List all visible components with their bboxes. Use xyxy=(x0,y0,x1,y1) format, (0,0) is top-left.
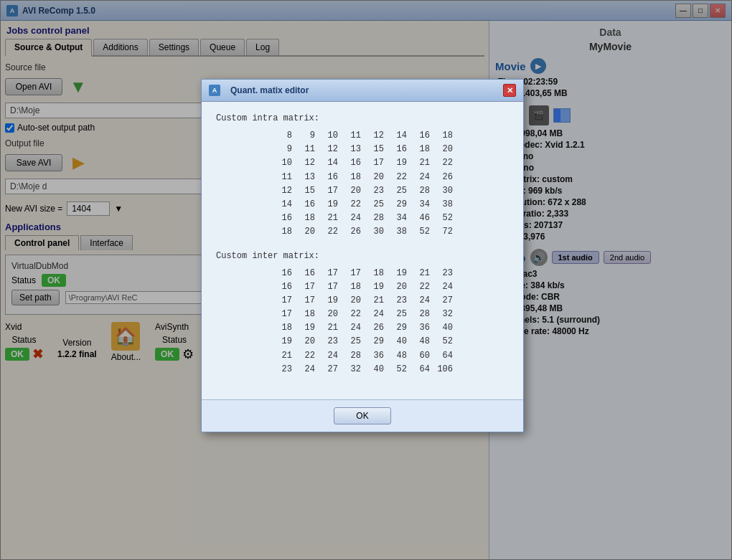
intra-matrix-grid: 8910111214161891112131516182010121416171… xyxy=(216,129,509,239)
dialog-overlay: A Quant. matix editor ✕ Custom intra mat… xyxy=(0,0,732,560)
dialog-title: Quant. matix editor xyxy=(230,85,497,95)
dialog-body: Custom intra matrix: 8910111214161891112… xyxy=(202,102,523,399)
dialog-close-button[interactable]: ✕ xyxy=(503,84,516,97)
intra-matrix-label: Custom intra matrix: xyxy=(216,113,509,123)
ok-button[interactable]: OK xyxy=(334,407,390,424)
quant-matrix-dialog: A Quant. matix editor ✕ Custom intra mat… xyxy=(201,79,524,432)
dialog-titlebar: A Quant. matix editor ✕ xyxy=(202,80,523,102)
inter-matrix-grid: 1616171718192123161717181920222417171920… xyxy=(216,267,509,377)
dialog-footer: OK xyxy=(202,399,523,432)
inter-matrix-label: Custom inter matrix: xyxy=(216,251,509,261)
dialog-icon: A xyxy=(209,85,220,96)
